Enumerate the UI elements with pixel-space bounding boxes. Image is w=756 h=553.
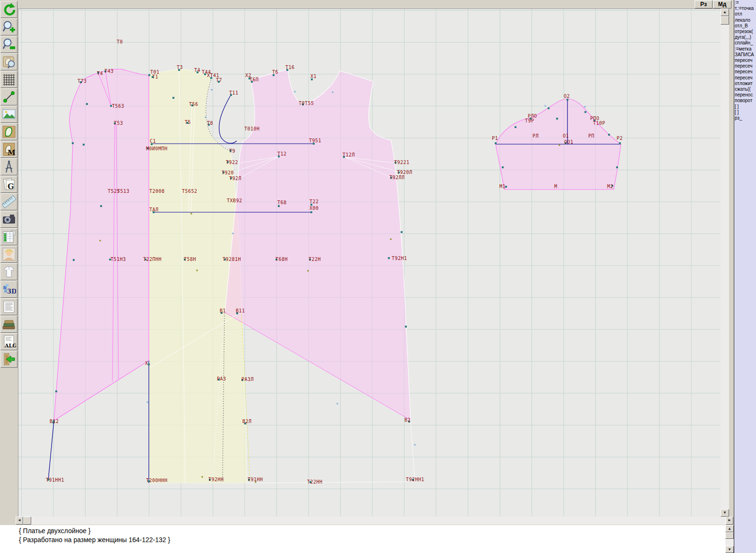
horizontal-scroll-thumb[interactable]: [23, 517, 31, 525]
command-item[interactable]: [ ]: [734, 110, 756, 115]
point-marker[interactable]: [401, 231, 403, 233]
point-label-Т922[interactable]: Т922: [226, 160, 238, 165]
ruler-button[interactable]: [0, 193, 17, 210]
text-document-button[interactable]: [0, 298, 17, 315]
point-marker[interactable]: [100, 240, 101, 242]
point-label-Т9281Н[interactable]: Т9281Н: [223, 257, 241, 262]
books-button[interactable]: [0, 316, 17, 333]
point-label-РЛ[interactable]: РЛ: [533, 133, 539, 138]
point-label-Т2008[interactable]: Т2008: [149, 189, 165, 194]
point-marker[interactable]: [232, 233, 234, 234]
point-marker[interactable]: [172, 97, 174, 99]
command-item[interactable]: лекало: [734, 17, 756, 23]
point-marker[interactable]: [556, 118, 558, 120]
point-marker[interactable]: [278, 205, 280, 207]
point-marker[interactable]: [205, 117, 206, 118]
point-marker[interactable]: [55, 390, 57, 392]
point-label-Т920Л[interactable]: Т920Л: [397, 170, 412, 175]
point-label-Т4[interactable]: Т4: [97, 71, 103, 76]
point-marker[interactable]: [72, 142, 74, 144]
point-label-Т513[interactable]: Т513: [117, 189, 129, 194]
scroll-down-icon[interactable]: ▼: [725, 546, 734, 553]
point-label-О1[interactable]: О1: [563, 133, 569, 138]
point-label-Т22Н[interactable]: Т22Н: [309, 257, 321, 262]
point-marker[interactable]: [548, 107, 550, 109]
canvas-horizontal-scrollbar[interactable]: ◄ ►: [16, 517, 733, 525]
point-label-В2[interactable]: В2: [404, 417, 411, 423]
canvas-vertical-scrollbar[interactable]: ▲ ▼: [721, 9, 729, 517]
drawing-canvas[interactable]: Т0Т73Т4Т43Т563Т53Т525Т513Т51Н3В12Т91НН1Т…: [18, 9, 721, 517]
piece-back[interactable]: [54, 69, 149, 421]
point-marker[interactable]: [308, 270, 309, 272]
point-marker[interactable]: [405, 326, 407, 328]
command-item[interactable]: отрезок(: [734, 29, 756, 35]
command-item[interactable]: перенос: [734, 92, 756, 98]
point-label-Т6П[interactable]: Т6П: [249, 77, 259, 82]
point-label-Т68[interactable]: Т68: [277, 200, 287, 205]
command-item[interactable]: :=метка: [734, 46, 756, 52]
point-marker[interactable]: [567, 99, 568, 101]
point-label-Р1[interactable]: Р1: [492, 136, 498, 141]
scroll-left-icon[interactable]: ◄: [16, 517, 23, 525]
camera-button[interactable]: [0, 211, 17, 228]
point-marker[interactable]: [294, 91, 296, 93]
point-marker[interactable]: [388, 257, 390, 259]
point-label-Т563[interactable]: Т563: [112, 104, 124, 109]
pattern-piece-button[interactable]: [0, 123, 17, 140]
3d-button[interactable]: 3D: [0, 281, 17, 298]
point-label-Т920[interactable]: Т920: [222, 170, 234, 175]
point-marker[interactable]: [559, 145, 560, 146]
scroll-right-icon[interactable]: ►: [726, 517, 733, 525]
point-label-Т0Т55[interactable]: Т0Т55: [299, 101, 314, 106]
portrait-button[interactable]: [0, 246, 17, 263]
point-label-Т7[interactable]: Т7: [216, 78, 222, 83]
command-item[interactable]: [ ]: [734, 104, 756, 110]
point-marker[interactable]: [148, 363, 150, 365]
point-label-РА3Л[interactable]: РА3Л: [241, 377, 254, 382]
point-marker[interactable]: [100, 205, 102, 207]
point-label-Т58Н[interactable]: Т58Н: [184, 257, 196, 262]
alg-button[interactable]: ALG: [0, 333, 17, 350]
command-item[interactable]: пересеч: [734, 58, 756, 63]
point-label-Х1[interactable]: Х1: [310, 74, 317, 79]
point-label-Х00[interactable]: Х00: [309, 206, 319, 211]
point-label-В12[interactable]: В12: [50, 419, 59, 424]
console-scroll-thumb[interactable]: [725, 532, 734, 539]
exit-button[interactable]: [0, 351, 17, 368]
table-button[interactable]: [0, 228, 17, 245]
point-label-Т1[interactable]: Т1: [152, 74, 158, 79]
command-item[interactable]: отложит: [734, 81, 756, 86]
point-label-Т9Р[interactable]: Т9Р: [525, 118, 534, 123]
command-item[interactable]: пересеч: [734, 63, 756, 69]
point-marker[interactable]: [390, 239, 392, 240]
garment-button[interactable]: [0, 263, 17, 280]
point-label-РА3[interactable]: РА3: [217, 376, 226, 381]
point-marker[interactable]: [197, 270, 198, 271]
point-label-Т8[interactable]: Т8: [207, 121, 213, 126]
point-label-С1[interactable]: С1: [150, 138, 156, 144]
command-item[interactable]: сжать((: [734, 86, 756, 92]
vertical-scroll-thumb[interactable]: [721, 16, 729, 25]
point-label-Х[interactable]: Х: [145, 361, 148, 366]
point-marker[interactable]: [83, 144, 85, 146]
point-label-Т9[interactable]: Т9: [229, 148, 235, 154]
point-label-М1[interactable]: М1: [499, 184, 506, 189]
point-label-Т12Л[interactable]: Т12Л: [343, 152, 355, 157]
point-label-М[interactable]: М: [554, 184, 558, 189]
point-label-Т68Н[interactable]: Т68Н: [275, 257, 288, 262]
point-label-ТХВ92[interactable]: ТХВ92: [227, 198, 242, 203]
md-button[interactable]: Мд: [713, 0, 731, 9]
point-label-Т951[interactable]: Т951: [309, 138, 321, 143]
point-label-Т12[interactable]: Т12: [277, 151, 287, 156]
command-item[interactable]: рз_: [734, 115, 756, 121]
point-marker[interactable]: [310, 211, 312, 213]
point-label-Т6[interactable]: Т6: [272, 69, 278, 75]
point-marker[interactable]: [211, 89, 213, 91]
point-label-Т0[interactable]: Т0: [117, 39, 123, 44]
command-item[interactable]: отл: [734, 11, 756, 17]
g-document-button[interactable]: G: [0, 176, 17, 193]
point-label-Т92Н1[interactable]: Т92Н1: [392, 256, 407, 261]
point-label-Т5652[interactable]: Т5652: [182, 189, 198, 194]
piece-front[interactable]: [225, 69, 411, 420]
point-marker[interactable]: [584, 106, 586, 108]
